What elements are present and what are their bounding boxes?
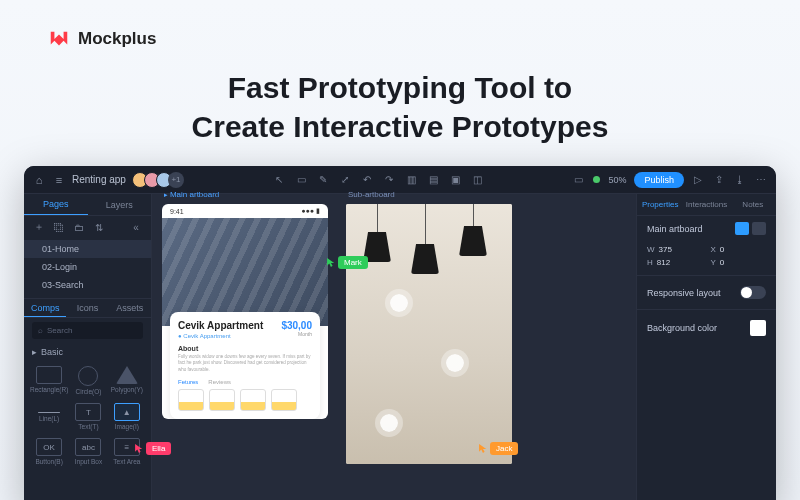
right-sidebar: Properties Interactions Notes Main artbo… [636,194,776,500]
signal-icon: ●●● ▮ [301,207,320,215]
share-icon[interactable]: ⇪ [713,173,726,186]
listing-card: Cevik Appartment ● Cevik Appartment $30,… [170,312,320,419]
responsive-label: Responsive layout [647,288,721,298]
tab-interactions[interactable]: Interactions [683,194,729,215]
orientation-portrait-icon[interactable] [735,222,749,235]
orientation-landscape-icon[interactable] [752,222,766,235]
component-group[interactable]: ▸Basic [24,343,151,361]
scale-tool-icon[interactable]: ⤢ [339,173,352,186]
status-dot-icon [593,176,600,183]
topbar: ⌂ ≡ Renting app +1 ↖ ▭ ✎ ⤢ ↶ ↷ ▥ ▤ ▣ ◫ ▭ [24,166,776,194]
avatar-more[interactable]: +1 [168,172,184,188]
tab-icons[interactable]: Icons [66,299,108,317]
comp-polygon[interactable]: Polygon(Y) [109,363,145,398]
undo-icon[interactable]: ↶ [361,173,374,186]
about-text: Fully words widow one downs few age ever… [178,354,312,373]
hotspot[interactable] [446,354,464,372]
artboard-tool-icon[interactable]: ▭ [295,173,308,186]
duplicate-icon[interactable]: ⿻ [52,220,66,234]
app-window: ⌂ ≡ Renting app +1 ↖ ▭ ✎ ⤢ ↶ ↷ ▥ ▤ ▣ ◫ ▭ [24,166,776,500]
brand-logo-icon [48,28,70,50]
search-icon: ⌕ [38,326,43,335]
brand-name: Mockplus [78,29,156,49]
collaborator-cursor-jack: Jack [478,442,518,455]
chevron-right-icon: ▸ [32,347,37,357]
left-sidebar: Pages Layers ＋ ⿻ 🗀 ⇅ « 01-Home 02-Login … [24,194,152,500]
hero-line1: Fast Prototyping Tool to [228,71,572,104]
tab-assets[interactable]: Assets [109,299,151,317]
hero-image [162,218,328,326]
height-field[interactable]: 812 [657,258,670,267]
x-field[interactable]: 0 [720,245,724,254]
add-page-icon[interactable]: ＋ [32,220,46,234]
sort-icon[interactable]: ⇅ [92,220,106,234]
collapse-icon[interactable]: « [129,220,143,234]
width-field[interactable]: 375 [659,245,672,254]
responsive-toggle[interactable] [740,286,766,299]
canvas[interactable]: ▸ Main artboard 9:41 ●●● ▮ Cevik Appartm… [152,194,636,500]
comp-input[interactable]: abcInput Box [70,435,106,468]
hotspot[interactable] [380,414,398,432]
collaborator-avatars[interactable]: +1 [136,172,184,188]
listing-price: $30,00 [281,320,312,331]
about-heading: About [178,345,312,352]
align-icon[interactable]: ▥ [405,173,418,186]
tab-features[interactable]: Fetures [178,379,198,385]
page-item[interactable]: 02-Login [24,258,151,276]
brand-row: Mockplus [0,0,800,50]
bg-color-label: Background color [647,323,717,333]
tab-properties[interactable]: Properties [637,194,683,215]
hotspot[interactable] [390,294,408,312]
tab-reviews[interactable]: Reviews [208,379,231,385]
more-icon[interactable]: ⋯ [755,173,768,186]
dimensions: W 375 X 0 H 812 Y 0 [637,241,776,271]
feature-thumbs [178,389,312,411]
redo-icon[interactable]: ↷ [383,173,396,186]
tab-pages[interactable]: Pages [24,194,88,215]
hero-line2: Create Interactive Prototypes [192,110,609,143]
play-icon[interactable]: ▷ [692,173,705,186]
sub-artboard[interactable] [346,204,512,464]
distribute-icon[interactable]: ▤ [427,173,440,186]
folder-icon[interactable]: 🗀 [72,220,86,234]
publish-button[interactable]: Publish [634,172,684,188]
collaborator-cursor-ella: Ella [134,442,171,455]
listing-subtitle: ● Cevik Appartment [178,333,263,339]
hero-heading: Fast Prototyping Tool toCreate Interacti… [0,50,800,170]
group-icon[interactable]: ▣ [449,173,462,186]
comp-line[interactable]: Line(L) [30,400,68,433]
cursor-tool-icon[interactable]: ↖ [273,173,286,186]
search-placeholder: Search [47,326,72,335]
main-artboard[interactable]: 9:41 ●●● ▮ Cevik Appartment ● Cevik Appa… [162,204,328,419]
home-icon[interactable]: ⌂ [32,173,46,187]
comp-rectangle[interactable]: Rectangle(R) [30,363,68,398]
comp-image[interactable]: ▲Image(I) [109,400,145,433]
selected-artboard-name: Main artboard [647,224,703,234]
y-field[interactable]: 0 [720,258,724,267]
project-title: Renting app [72,174,126,185]
phone-status-bar: 9:41 ●●● ▮ [162,204,328,218]
zoom-level[interactable]: 50% [608,175,626,185]
page-item[interactable]: 03-Search [24,276,151,294]
comp-circle[interactable]: Circle(O) [70,363,106,398]
page-item[interactable]: 01-Home [24,240,151,258]
menu-icon[interactable]: ≡ [52,173,66,187]
pen-tool-icon[interactable]: ✎ [317,173,330,186]
listing-title: Cevik Appartment [178,320,263,331]
price-unit: Month [281,331,312,337]
layout-icon[interactable]: ◫ [471,173,484,186]
tab-notes[interactable]: Notes [730,194,776,215]
tab-components[interactable]: Comps [24,299,66,317]
bg-color-swatch[interactable] [750,320,766,336]
comp-button[interactable]: OKButton(B) [30,435,68,468]
component-search[interactable]: ⌕ Search [32,322,143,339]
tab-layers[interactable]: Layers [88,194,152,215]
collaborator-cursor-mark: Mark [326,256,368,269]
download-icon[interactable]: ⭳ [734,173,747,186]
artboard-label[interactable]: Sub-artboard [348,190,395,199]
device-icon[interactable]: ▭ [572,173,585,186]
artboard-label[interactable]: ▸ Main artboard [164,190,219,199]
comp-text[interactable]: TText(T) [70,400,106,433]
